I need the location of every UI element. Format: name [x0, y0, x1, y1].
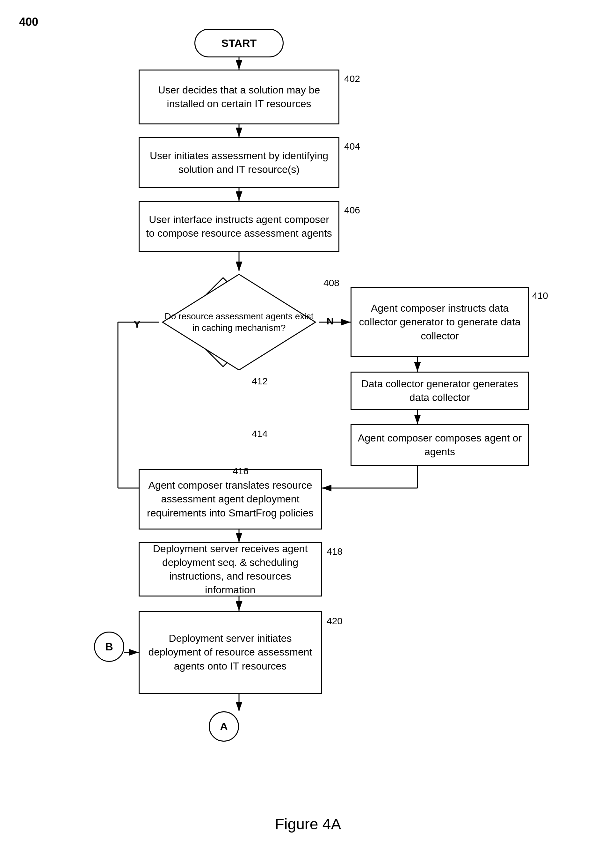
node-406: User interface instructs agent composer … — [139, 201, 339, 252]
step-num-416: 416 — [233, 466, 249, 477]
step-num-414: 414 — [252, 428, 268, 439]
figure-caption: Figure 4A — [275, 815, 341, 833]
branch-no-label: N — [327, 316, 334, 326]
node-402: User decides that a solution may be inst… — [139, 69, 339, 124]
step-num-402: 402 — [344, 73, 360, 84]
step-num-418: 418 — [327, 546, 343, 557]
branch-yes-label: Y — [134, 319, 140, 330]
step-num-408: 408 — [324, 278, 339, 289]
connector-A: A — [209, 712, 239, 742]
node-412: Data collector generator generates data … — [351, 372, 529, 410]
node-408-text: Do resource assessment agents exist in c… — [163, 278, 315, 367]
node-414: Agent composer composes agent or agents — [351, 424, 529, 466]
node-418: Deployment server receives agent deploym… — [139, 542, 322, 597]
node-416: Agent composer translates resource asses… — [139, 469, 322, 530]
step-num-420: 420 — [327, 616, 343, 627]
flowchart-diagram: 400 — [0, 0, 616, 852]
step-num-412: 412 — [252, 376, 268, 387]
node-404: User initiates assessment by identifying… — [139, 137, 339, 188]
node-410: Agent composer instructs data collector … — [351, 287, 529, 357]
connector-B: B — [94, 631, 124, 662]
diagram-label: 400 — [19, 15, 38, 29]
step-num-410: 410 — [532, 290, 548, 301]
step-num-404: 404 — [344, 141, 360, 152]
step-num-406: 406 — [344, 205, 360, 216]
node-420: Deployment server initiates deployment o… — [139, 611, 322, 694]
start-terminal: START — [194, 29, 284, 57]
